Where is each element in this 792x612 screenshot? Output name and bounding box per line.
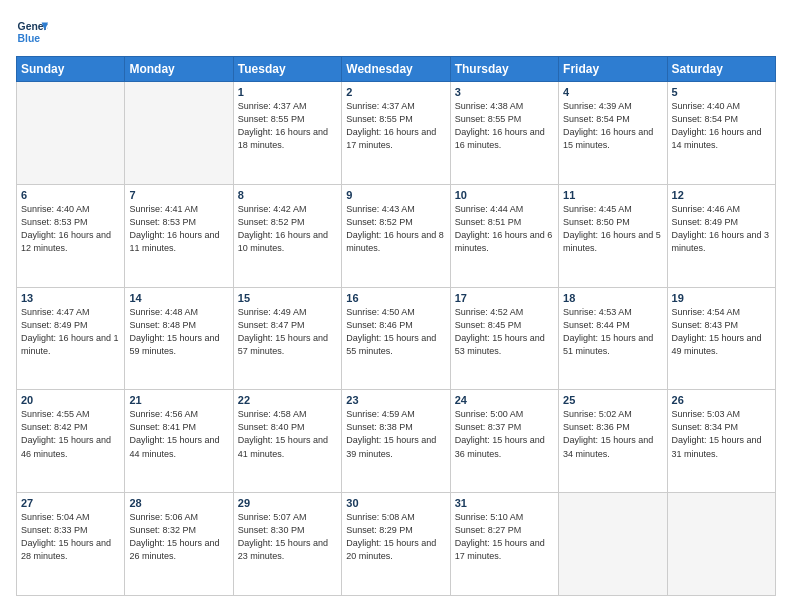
calendar-cell: 17Sunrise: 4:52 AM Sunset: 8:45 PM Dayli… [450, 287, 558, 390]
day-info: Sunrise: 4:49 AM Sunset: 8:47 PM Dayligh… [238, 306, 337, 358]
day-number: 27 [21, 497, 120, 509]
day-number: 1 [238, 86, 337, 98]
calendar-cell: 7Sunrise: 4:41 AM Sunset: 8:53 PM Daylig… [125, 184, 233, 287]
calendar-header-row: SundayMondayTuesdayWednesdayThursdayFrid… [17, 57, 776, 82]
calendar-cell: 11Sunrise: 4:45 AM Sunset: 8:50 PM Dayli… [559, 184, 667, 287]
day-info: Sunrise: 4:47 AM Sunset: 8:49 PM Dayligh… [21, 306, 120, 358]
calendar-cell: 3Sunrise: 4:38 AM Sunset: 8:55 PM Daylig… [450, 82, 558, 185]
calendar-cell: 13Sunrise: 4:47 AM Sunset: 8:49 PM Dayli… [17, 287, 125, 390]
calendar-cell: 27Sunrise: 5:04 AM Sunset: 8:33 PM Dayli… [17, 493, 125, 596]
day-number: 14 [129, 292, 228, 304]
calendar-cell: 14Sunrise: 4:48 AM Sunset: 8:48 PM Dayli… [125, 287, 233, 390]
logo: General Blue [16, 16, 48, 48]
day-info: Sunrise: 4:37 AM Sunset: 8:55 PM Dayligh… [346, 100, 445, 152]
page-header: General Blue [16, 16, 776, 48]
day-info: Sunrise: 4:56 AM Sunset: 8:41 PM Dayligh… [129, 408, 228, 460]
weekday-header-thursday: Thursday [450, 57, 558, 82]
calendar-cell: 29Sunrise: 5:07 AM Sunset: 8:30 PM Dayli… [233, 493, 341, 596]
day-number: 16 [346, 292, 445, 304]
day-number: 17 [455, 292, 554, 304]
calendar-cell [17, 82, 125, 185]
svg-text:Blue: Blue [18, 33, 41, 44]
day-info: Sunrise: 4:58 AM Sunset: 8:40 PM Dayligh… [238, 408, 337, 460]
day-number: 5 [672, 86, 771, 98]
day-info: Sunrise: 5:06 AM Sunset: 8:32 PM Dayligh… [129, 511, 228, 563]
day-number: 15 [238, 292, 337, 304]
day-number: 7 [129, 189, 228, 201]
day-info: Sunrise: 4:59 AM Sunset: 8:38 PM Dayligh… [346, 408, 445, 460]
weekday-header-tuesday: Tuesday [233, 57, 341, 82]
day-info: Sunrise: 4:45 AM Sunset: 8:50 PM Dayligh… [563, 203, 662, 255]
day-number: 24 [455, 394, 554, 406]
day-info: Sunrise: 5:04 AM Sunset: 8:33 PM Dayligh… [21, 511, 120, 563]
day-number: 4 [563, 86, 662, 98]
calendar-cell: 2Sunrise: 4:37 AM Sunset: 8:55 PM Daylig… [342, 82, 450, 185]
calendar-cell: 22Sunrise: 4:58 AM Sunset: 8:40 PM Dayli… [233, 390, 341, 493]
day-number: 25 [563, 394, 662, 406]
calendar-week-row: 27Sunrise: 5:04 AM Sunset: 8:33 PM Dayli… [17, 493, 776, 596]
calendar-cell: 5Sunrise: 4:40 AM Sunset: 8:54 PM Daylig… [667, 82, 775, 185]
calendar-cell: 8Sunrise: 4:42 AM Sunset: 8:52 PM Daylig… [233, 184, 341, 287]
weekday-header-sunday: Sunday [17, 57, 125, 82]
calendar-cell: 26Sunrise: 5:03 AM Sunset: 8:34 PM Dayli… [667, 390, 775, 493]
calendar-week-row: 13Sunrise: 4:47 AM Sunset: 8:49 PM Dayli… [17, 287, 776, 390]
day-info: Sunrise: 4:37 AM Sunset: 8:55 PM Dayligh… [238, 100, 337, 152]
calendar-cell: 1Sunrise: 4:37 AM Sunset: 8:55 PM Daylig… [233, 82, 341, 185]
day-info: Sunrise: 4:55 AM Sunset: 8:42 PM Dayligh… [21, 408, 120, 460]
day-number: 20 [21, 394, 120, 406]
day-number: 21 [129, 394, 228, 406]
calendar-cell [125, 82, 233, 185]
day-number: 29 [238, 497, 337, 509]
calendar-cell: 4Sunrise: 4:39 AM Sunset: 8:54 PM Daylig… [559, 82, 667, 185]
calendar-cell: 24Sunrise: 5:00 AM Sunset: 8:37 PM Dayli… [450, 390, 558, 493]
day-number: 23 [346, 394, 445, 406]
calendar-cell: 19Sunrise: 4:54 AM Sunset: 8:43 PM Dayli… [667, 287, 775, 390]
calendar-cell: 28Sunrise: 5:06 AM Sunset: 8:32 PM Dayli… [125, 493, 233, 596]
day-number: 22 [238, 394, 337, 406]
day-number: 9 [346, 189, 445, 201]
day-info: Sunrise: 4:40 AM Sunset: 8:53 PM Dayligh… [21, 203, 120, 255]
day-info: Sunrise: 5:07 AM Sunset: 8:30 PM Dayligh… [238, 511, 337, 563]
day-number: 12 [672, 189, 771, 201]
calendar-cell: 6Sunrise: 4:40 AM Sunset: 8:53 PM Daylig… [17, 184, 125, 287]
day-info: Sunrise: 4:53 AM Sunset: 8:44 PM Dayligh… [563, 306, 662, 358]
calendar-cell: 18Sunrise: 4:53 AM Sunset: 8:44 PM Dayli… [559, 287, 667, 390]
day-info: Sunrise: 4:43 AM Sunset: 8:52 PM Dayligh… [346, 203, 445, 255]
day-number: 8 [238, 189, 337, 201]
day-number: 10 [455, 189, 554, 201]
calendar-cell: 25Sunrise: 5:02 AM Sunset: 8:36 PM Dayli… [559, 390, 667, 493]
day-info: Sunrise: 4:38 AM Sunset: 8:55 PM Dayligh… [455, 100, 554, 152]
day-number: 31 [455, 497, 554, 509]
day-info: Sunrise: 4:42 AM Sunset: 8:52 PM Dayligh… [238, 203, 337, 255]
day-number: 30 [346, 497, 445, 509]
calendar-cell: 9Sunrise: 4:43 AM Sunset: 8:52 PM Daylig… [342, 184, 450, 287]
day-info: Sunrise: 5:03 AM Sunset: 8:34 PM Dayligh… [672, 408, 771, 460]
day-number: 18 [563, 292, 662, 304]
day-info: Sunrise: 5:00 AM Sunset: 8:37 PM Dayligh… [455, 408, 554, 460]
calendar-cell: 23Sunrise: 4:59 AM Sunset: 8:38 PM Dayli… [342, 390, 450, 493]
calendar-cell: 16Sunrise: 4:50 AM Sunset: 8:46 PM Dayli… [342, 287, 450, 390]
day-info: Sunrise: 4:41 AM Sunset: 8:53 PM Dayligh… [129, 203, 228, 255]
day-number: 11 [563, 189, 662, 201]
day-number: 3 [455, 86, 554, 98]
day-number: 19 [672, 292, 771, 304]
day-number: 6 [21, 189, 120, 201]
day-number: 28 [129, 497, 228, 509]
calendar-cell: 31Sunrise: 5:10 AM Sunset: 8:27 PM Dayli… [450, 493, 558, 596]
calendar-cell [667, 493, 775, 596]
day-info: Sunrise: 4:39 AM Sunset: 8:54 PM Dayligh… [563, 100, 662, 152]
day-info: Sunrise: 4:46 AM Sunset: 8:49 PM Dayligh… [672, 203, 771, 255]
day-number: 2 [346, 86, 445, 98]
calendar-cell: 12Sunrise: 4:46 AM Sunset: 8:49 PM Dayli… [667, 184, 775, 287]
weekday-header-wednesday: Wednesday [342, 57, 450, 82]
weekday-header-monday: Monday [125, 57, 233, 82]
day-info: Sunrise: 4:44 AM Sunset: 8:51 PM Dayligh… [455, 203, 554, 255]
calendar-week-row: 1Sunrise: 4:37 AM Sunset: 8:55 PM Daylig… [17, 82, 776, 185]
calendar-week-row: 6Sunrise: 4:40 AM Sunset: 8:53 PM Daylig… [17, 184, 776, 287]
day-info: Sunrise: 4:40 AM Sunset: 8:54 PM Dayligh… [672, 100, 771, 152]
calendar-cell: 30Sunrise: 5:08 AM Sunset: 8:29 PM Dayli… [342, 493, 450, 596]
day-info: Sunrise: 4:52 AM Sunset: 8:45 PM Dayligh… [455, 306, 554, 358]
day-info: Sunrise: 5:08 AM Sunset: 8:29 PM Dayligh… [346, 511, 445, 563]
calendar-cell: 21Sunrise: 4:56 AM Sunset: 8:41 PM Dayli… [125, 390, 233, 493]
calendar-week-row: 20Sunrise: 4:55 AM Sunset: 8:42 PM Dayli… [17, 390, 776, 493]
